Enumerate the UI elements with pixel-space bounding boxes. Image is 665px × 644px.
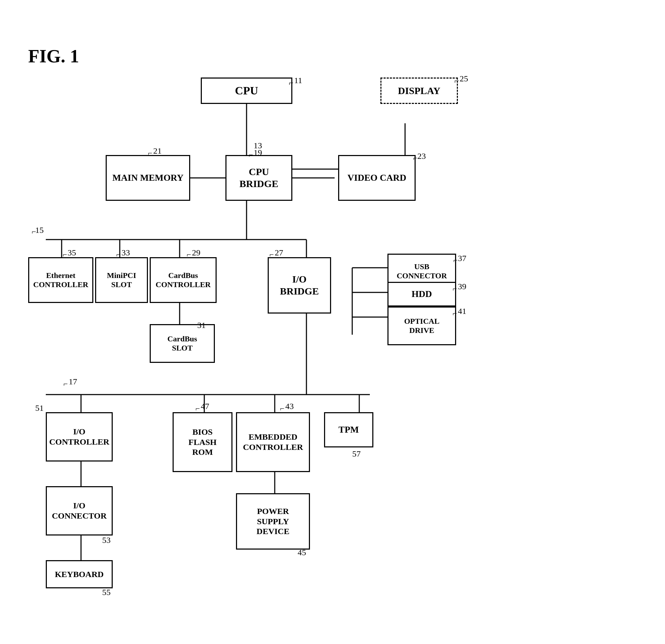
optical-block: OPTICAL DRIVE [387,306,456,345]
ethernet-block: Ethernet CONTROLLER [28,257,93,303]
ref-39: 39 [458,282,466,291]
embedded-block: EMBEDDED CONTROLLER [236,412,310,472]
keyboard-block: KEYBOARD [46,560,113,588]
ref-29: 29 [192,248,200,258]
ref-47: 47 [201,402,209,411]
main-memory-block: MAIN MEMORY [106,155,190,201]
ref-53: 53 [102,535,111,545]
ref-45: 45 [298,548,306,557]
ref-21: 21 [153,146,162,156]
ref-23: 23 [417,151,426,161]
cardbus-ctrl-block: CardBus CONTROLLER [150,257,217,303]
display-block: DISPLAY [380,78,458,104]
cpu-bridge-block: CPU BRIDGE [225,155,292,201]
ref-25: 25 [460,74,468,83]
ref-15: 15 [35,225,44,235]
io-bridge-block: I/O BRIDGE [268,257,331,314]
ref-27: 27 [275,248,283,258]
ref-43: 43 [285,402,294,411]
ref-11: 11 [294,76,302,85]
ref-35: 35 [68,248,76,258]
hdd-block: HDD [387,282,456,306]
power-block: POWER SUPPLY DEVICE [236,493,310,550]
figure-label: FIG. 1 [28,46,79,67]
minipci-block: MiniPCI SLOT [95,257,148,303]
tpm-block: TPM [324,412,373,447]
ref-57: 57 [352,449,361,459]
ref-31: 31 [197,321,206,330]
cpu-block: CPU [201,78,292,104]
ref-33: 33 [122,248,130,258]
ref-41: 41 [458,306,466,316]
ref-55: 55 [102,588,111,597]
ref-17: 17 [69,377,77,386]
io-ctrl-block: I/O CONTROLLER [46,412,113,462]
ref-51: 51 [35,403,44,413]
ref-19: 19 [254,148,262,157]
ref-37: 37 [458,254,466,263]
video-card-block: VIDEO CARD [338,155,416,201]
io-conn-block: I/O CONNECTOR [46,486,113,535]
bios-block: BIOS FLASH ROM [173,412,232,472]
